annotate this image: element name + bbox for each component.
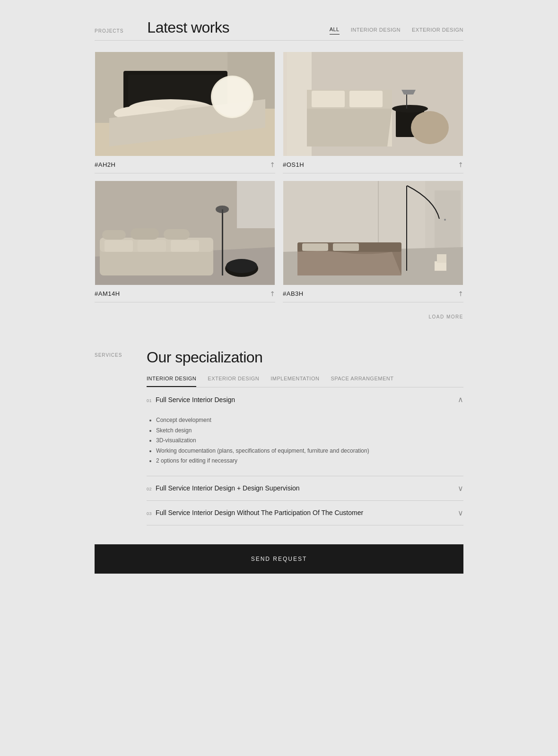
svg-rect-34 [102,230,126,240]
svg-rect-52 [333,243,359,251]
arrow-icon-ah2h[interactable]: ↗ [268,160,277,169]
project-name-am14h: #AM14H [95,290,120,297]
project-image-ah2h [95,52,275,156]
project-image-am14h [95,181,275,285]
project-card-ab3h[interactable]: #AB3H ↗ [283,181,463,302]
filter-tabs: ALL INTERIOR DESIGN EXTERIOR DESIGN [330,26,463,36]
service-tabs: INTERIOR DESIGN EXTERIOR DESIGN IMPLEMEN… [147,376,463,387]
svg-rect-23 [413,113,446,132]
project-footer-am14h: #AM14H ↗ [95,285,275,302]
projects-header: PROJECTS Latest works ALL INTERIOR DESIG… [95,19,463,41]
svg-rect-45 [435,190,461,256]
projects-title: Latest works [147,19,229,36]
svg-point-21 [392,105,428,112]
list-item-1-3: 3D-visualization [156,436,463,446]
project-image-os1h [283,52,463,156]
cta-section: SEND REQUEST [95,544,463,574]
svg-point-11 [212,77,252,117]
project-image-ab3h [283,181,463,285]
filter-all[interactable]: ALL [330,26,340,34]
specialization-title: Our specialization [147,349,463,366]
svg-rect-35 [131,228,159,240]
list-item-1-4: Working documentation (plans, specificat… [156,446,463,456]
accordion-header-3[interactable]: 03 Full Service Interior Design Without … [147,501,463,525]
project-footer-os1h: #OS1H ↗ [283,156,463,173]
svg-rect-27 [237,181,275,228]
accordion-number-1: 01 [147,398,152,403]
accordion-item-2: 02 Full Service Interior Design + Design… [147,476,463,501]
accordion-content-1: Concept development Sketch design 3D-vis… [147,412,463,476]
accordion-title-3: Full Service Interior Design Without The… [156,509,363,516]
accordion-number-2: 02 [147,487,152,491]
arrow-icon-am14h[interactable]: ↗ [268,289,277,298]
list-item-1-5: 2 options for editing if necessary [156,456,463,466]
send-request-button[interactable]: SEND REQUEST [95,544,463,574]
svg-rect-32 [138,240,166,252]
arrow-icon-os1h[interactable]: ↗ [456,160,465,169]
accordion-toggle-3[interactable]: ∨ [458,508,463,517]
project-name-ah2h: #AH2H [95,161,115,168]
accordion-header-left-1: 01 Full Service Interior Design [147,396,235,404]
accordion-list-1: Concept development Sketch design 3D-vis… [147,415,463,466]
load-more-button[interactable]: LOAD MORE [428,314,463,319]
project-name-os1h: #OS1H [283,161,304,168]
accordion-title-1: Full Service Interior Design [156,396,235,404]
project-footer-ab3h: #AB3H ↗ [283,285,463,302]
svg-rect-36 [164,229,190,240]
accordion-item-1: 01 Full Service Interior Design ∧ Concep… [147,387,463,476]
project-footer-ah2h: #AH2H ↗ [95,156,275,173]
svg-rect-51 [302,243,328,251]
accordion-toggle-1[interactable]: ∧ [458,395,463,404]
filter-exterior[interactable]: EXTERIOR DESIGN [412,27,463,34]
svg-rect-33 [171,240,199,252]
project-card-am14h[interactable]: #AM14H ↗ [95,181,275,302]
svg-rect-48 [406,186,407,271]
svg-rect-24 [406,94,407,109]
svg-rect-14 [283,52,287,156]
accordion-header-left-2: 02 Full Service Interior Design + Design… [147,484,300,492]
project-card-ah2h[interactable]: #AH2H ↗ [95,52,275,173]
tab-exterior-design[interactable]: EXTERIOR DESIGN [208,376,259,387]
projects-grid: #AH2H ↗ [95,52,463,302]
svg-point-40 [226,259,257,273]
list-item-1-1: Concept development [156,415,463,426]
svg-marker-19 [307,109,392,146]
svg-rect-37 [222,209,223,275]
projects-label: PROJECTS [95,28,123,34]
svg-rect-17 [312,91,345,107]
filter-interior[interactable]: INTERIOR DESIGN [351,27,401,34]
services-label: SERVICES [95,352,128,358]
accordion-header-1[interactable]: 01 Full Service Interior Design ∧ [147,387,463,412]
svg-point-38 [216,206,229,213]
projects-section: PROJECTS Latest works ALL INTERIOR DESIG… [95,19,463,320]
tab-space-arrangement[interactable]: SPACE ARRANGEMENT [331,376,393,387]
accordion-item-3: 03 Full Service Interior Design Without … [147,501,463,525]
project-card-os1h[interactable]: #OS1H ↗ [283,52,463,173]
svg-rect-54 [437,254,446,263]
svg-rect-18 [349,91,383,107]
svg-rect-31 [105,240,133,252]
accordion-header-2[interactable]: 02 Full Service Interior Design + Design… [147,476,463,500]
list-item-1-2: Sketch design [156,426,463,436]
accordion-title-2: Full Service Interior Design + Design Su… [156,484,300,492]
accordion-header-left-3: 03 Full Service Interior Design Without … [147,509,363,516]
svg-marker-25 [401,90,416,94]
load-more-row: LOAD MORE [95,312,463,320]
services-section: SERVICES Our specialization INTERIOR DES… [95,349,463,525]
project-name-ab3h: #AB3H [283,290,304,297]
svg-rect-46 [444,219,446,221]
tab-implementation[interactable]: IMPLEMENTATION [270,376,319,387]
accordion-number-3: 03 [147,511,152,516]
arrow-icon-ab3h[interactable]: ↗ [456,289,465,298]
tab-interior-design[interactable]: INTERIOR DESIGN [147,376,196,387]
accordion-toggle-2[interactable]: ∨ [458,484,463,493]
